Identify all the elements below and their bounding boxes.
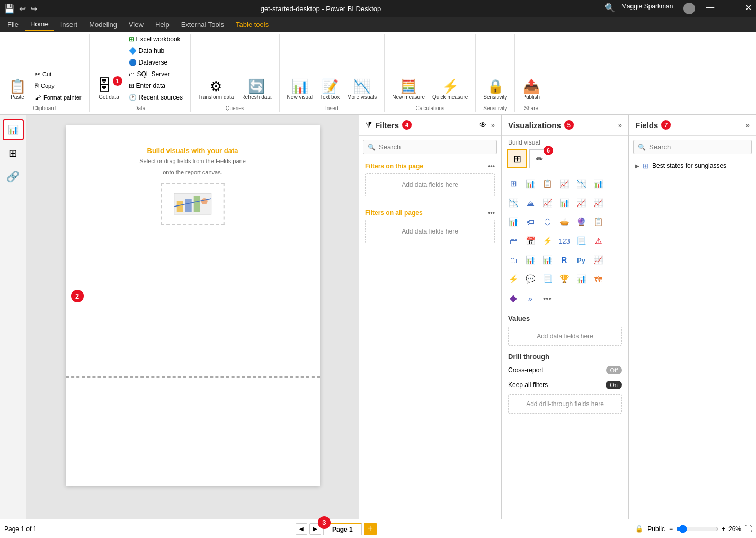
viz-icon-qa[interactable]: 💬 xyxy=(522,271,539,288)
filters-expand-icon[interactable]: » xyxy=(491,121,495,129)
fields-search-box[interactable]: 🔍 xyxy=(633,140,752,154)
viz-expand-icon[interactable]: » xyxy=(618,121,622,129)
viz-icon-smart-narrative[interactable]: 📃 xyxy=(539,271,556,288)
transform-data-button[interactable]: ⚙ Transform data xyxy=(195,67,237,103)
new-visual-button[interactable]: 📊 New visual xyxy=(284,67,316,103)
viz-icon-donut[interactable]: ⬡ xyxy=(539,213,556,230)
redo-icon[interactable]: ↪ xyxy=(30,4,37,14)
excel-workbook-button[interactable]: ⊞Excel workbook xyxy=(126,34,186,44)
recent-sources-button[interactable]: 🕐Recent sources xyxy=(126,92,186,103)
viz-icon-arrows[interactable]: » xyxy=(522,290,539,307)
zoom-minus-icon[interactable]: − xyxy=(669,525,673,533)
canvas-hint-title[interactable]: Build visuals with your data xyxy=(139,147,246,155)
filters-search-input[interactable] xyxy=(379,143,492,151)
cut-button[interactable]: ✂Cut xyxy=(32,69,85,79)
viz-icon-line-area[interactable]: 📈 xyxy=(539,194,556,211)
viz-icon-more[interactable]: ••• xyxy=(539,290,556,307)
filter-eye-icon[interactable]: 👁 xyxy=(479,121,486,129)
page-prev-button[interactable]: ◀ xyxy=(296,523,307,535)
search-icon[interactable]: 🔍 xyxy=(604,3,615,14)
viz-icon-table3[interactable]: 📊 xyxy=(539,252,556,268)
minimize-button[interactable]: — xyxy=(706,3,714,14)
enter-data-button[interactable]: ⊞Enter data xyxy=(126,80,186,91)
viz-icon-slicer[interactable]: 🗂 xyxy=(505,252,522,268)
viz-icon-multirow-card[interactable]: 123 xyxy=(556,232,573,249)
menu-modeling[interactable]: Modeling xyxy=(84,19,122,31)
viz-icon-ribbon[interactable]: 📊 xyxy=(556,194,573,211)
viz-icon-map[interactable]: 🔮 xyxy=(573,213,590,230)
viz-icon-geo[interactable]: 🗺 xyxy=(590,271,607,288)
filters-on-page-more[interactable]: ••• xyxy=(488,163,495,170)
get-data-button[interactable]: 🗄 1 Get data xyxy=(94,67,124,103)
cross-report-toggle[interactable]: Off xyxy=(606,366,622,374)
viz-icon-stacked-bar[interactable]: 📋 xyxy=(539,175,556,192)
new-measure-button[interactable]: 🧮 New measure xyxy=(389,67,428,103)
viz-icon-stacked-col[interactable]: 📉 xyxy=(573,175,590,192)
viz-icon-key-influencers[interactable]: 📈 xyxy=(590,252,607,268)
copy-button[interactable]: ⎘Copy xyxy=(32,80,85,91)
filters-on-all-drop[interactable]: Add data fields here xyxy=(365,220,495,243)
close-button[interactable]: ✕ xyxy=(745,3,752,14)
fields-search-input[interactable] xyxy=(649,143,747,151)
viz-icon-funnel[interactable]: 📈 xyxy=(590,194,607,211)
menu-file[interactable]: File xyxy=(2,19,24,31)
zoom-plus-icon[interactable]: + xyxy=(722,525,725,533)
filters-search-box[interactable]: 🔍 xyxy=(363,140,497,154)
sensitivity-button[interactable]: 🔒 Sensitivity xyxy=(480,67,510,103)
add-page-button[interactable]: + xyxy=(364,523,377,535)
refresh-data-button[interactable]: 🔄 Refresh data xyxy=(238,67,274,103)
viz-icon-treemap[interactable]: 🥧 xyxy=(556,213,573,230)
more-visuals-button[interactable]: 📉 More visuals xyxy=(344,67,380,103)
viz-values-drop[interactable]: Add data fields here xyxy=(508,327,622,346)
viz-icon-card[interactable]: ⚡ xyxy=(539,232,556,249)
viz-icon-matrix2[interactable]: 📊 xyxy=(522,252,539,268)
report-view-icon[interactable]: 📊 xyxy=(3,119,24,140)
viz-icon-table2[interactable]: 📃 xyxy=(573,232,590,249)
fields-item-sunglasses[interactable]: ▶ ⊞ Best states for sunglasses xyxy=(629,158,756,173)
viz-icon-kpi[interactable]: 📅 xyxy=(522,232,539,249)
data-hub-button[interactable]: 🔷Data hub xyxy=(126,46,186,56)
text-box-button[interactable]: 📝 Text box xyxy=(317,67,343,103)
viz-icon-goal[interactable]: 🏆 xyxy=(556,271,573,288)
viz-icon-filled-map[interactable]: 📋 xyxy=(590,213,607,230)
viz-drill-drop[interactable]: Add drill-through fields here xyxy=(508,394,622,414)
menu-help[interactable]: Help xyxy=(150,19,175,31)
format-painter-button[interactable]: 🖌Format painter xyxy=(32,92,85,103)
viz-icon-combo[interactable]: 📊 xyxy=(573,271,590,288)
zoom-slider[interactable] xyxy=(676,525,718,533)
viz-icon-table[interactable]: ⊞ xyxy=(505,175,522,192)
quick-measure-button[interactable]: ⚡ Quick measure xyxy=(429,67,471,103)
viz-icon-100-bar[interactable]: 📊 xyxy=(590,175,607,192)
menu-table-tools[interactable]: Table tools xyxy=(230,19,274,31)
viz-icon-decomp-tree[interactable]: ⚡ xyxy=(505,271,522,288)
undo-icon[interactable]: ↩ xyxy=(19,4,26,14)
viz-icon-pie[interactable]: 🏷 xyxy=(522,213,539,230)
sql-server-button[interactable]: 🗃SQL Server xyxy=(126,69,186,79)
model-view-icon[interactable]: 🔗 xyxy=(3,166,24,187)
viz-icon-scatter[interactable]: 📊 xyxy=(505,213,522,230)
fields-expand-icon[interactable]: » xyxy=(745,121,750,129)
viz-icon-r-visual[interactable]: R xyxy=(556,252,573,268)
viz-icon-waterfall[interactable]: 📈 xyxy=(573,194,590,211)
maximize-button[interactable]: □ xyxy=(727,3,732,14)
viz-icon-column[interactable]: 📈 xyxy=(556,175,573,192)
menu-view[interactable]: View xyxy=(123,19,149,31)
viz-icon-bar[interactable]: 📊 xyxy=(522,175,539,192)
viz-pen-tab[interactable]: ✏ 6 xyxy=(529,149,549,168)
viz-icon-area[interactable]: ⛰ xyxy=(522,194,539,211)
menu-home[interactable]: Home xyxy=(25,18,54,31)
viz-table-tab[interactable]: ⊞ xyxy=(507,149,527,168)
keep-filters-toggle[interactable]: On xyxy=(606,381,622,389)
viz-icon-line[interactable]: 📉 xyxy=(505,194,522,211)
dataverse-button[interactable]: 🔵Dataverse xyxy=(126,57,186,68)
viz-icon-python-visual[interactable]: Py xyxy=(573,252,590,268)
save-icon[interactable]: 💾 xyxy=(4,4,15,14)
filters-on-page-drop[interactable]: Add data fields here xyxy=(365,173,495,196)
menu-insert[interactable]: Insert xyxy=(55,19,83,31)
viz-icon-diamond[interactable]: ◆ xyxy=(505,290,522,307)
viz-icon-matrix[interactable]: ⚠ xyxy=(590,232,607,249)
publish-button[interactable]: 📤 Publish xyxy=(519,67,543,103)
menu-external-tools[interactable]: External Tools xyxy=(176,19,229,31)
fit-page-icon[interactable]: ⛶ xyxy=(744,525,752,533)
filters-on-all-more[interactable]: ••• xyxy=(488,209,495,217)
